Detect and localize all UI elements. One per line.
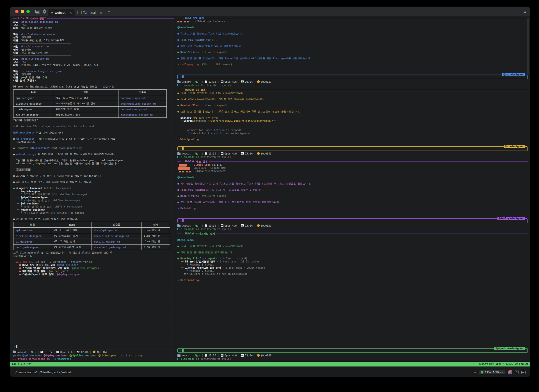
working-directory-path: /Users/inside2u/IdeaProjects/webcat xyxy=(15,371,71,374)
terminal-line: 파일: docs/database-schema.md xyxy=(13,33,174,36)
tab-terminal-close-icon[interactable]: × xyxy=(100,11,102,15)
table-row: deploy-designer#4 배포/Export 설계docs/deplo… xyxy=(13,245,170,250)
terminal-line: 파일: .claude/settings.local.json xyxy=(13,70,174,73)
clock-icon xyxy=(205,152,207,155)
terminal-line: ● 모든 참고 문서를 읽었습니다. 이제 Phase 2로 넘어가서 API … xyxy=(177,57,528,60)
terminal-line: plan mode on (shift+tab to cycle) xyxy=(177,84,528,87)
api-output: ~/IdeaProjects/webcat @team-lead> ● Task… xyxy=(177,20,528,66)
table-row: ui-designer#3 UI 화면 설계docs/ui-design.mdp… xyxy=(13,239,170,245)
terminal-line: 모두 plan approval 필수로 설정했습니다. 각 팀원의 plan이… xyxy=(13,251,174,254)
right-pane-column: · REST API 설계 ~/IdeaProjects/webcat @tea… xyxy=(175,16,530,362)
terminal-line: webcat | - | 13:35 | Opus 4.6 | 25.0% | … xyxy=(177,152,528,155)
money-icon xyxy=(257,152,260,155)
main-prompt-input[interactable]: › xyxy=(13,344,174,348)
pause-icon xyxy=(177,228,179,230)
terminal-line: ctrl+b ctrl+b (twice) to run in backgrou… xyxy=(177,273,528,276)
claude-asterisk-icon: ∗ xyxy=(51,11,53,15)
deploy-agent-badge: @deploy-designer xyxy=(497,217,525,220)
api-prompt-input[interactable]: @api-designer › xyxy=(177,75,528,79)
terminal-line: 2단계를 진행할까요? xyxy=(13,119,174,122)
leaf-icon xyxy=(195,153,198,155)
terminal-line: │ └ Reading 3 files… xyxy=(177,263,528,266)
layers-icon[interactable] xyxy=(43,10,46,13)
keyboard-icon[interactable] xyxy=(521,371,526,374)
chart-icon xyxy=(241,152,244,155)
scrollbar[interactable] xyxy=(527,18,529,74)
new-tab-button[interactable]: + xyxy=(108,10,110,14)
close-window-button[interactable] xyxy=(15,10,19,13)
pane-ui-title: · WebCat UI 설계 xyxy=(177,88,528,92)
money-icon xyxy=(257,80,260,83)
tab-terminal[interactable]: ›_ Terminal × xyxy=(75,9,105,16)
pane-api-title: · REST API 설계 xyxy=(177,16,528,20)
tab-webcat-label: webcat xyxy=(55,11,65,14)
gear-icon[interactable]: ⚙ xyxy=(524,9,526,14)
zoom-window-button[interactable] xyxy=(26,10,30,13)
text-cursor xyxy=(16,345,17,348)
terminal-line: Explore(API 설계 문서 탐색) xyxy=(177,116,528,119)
pipeline-prompt-input[interactable]: @pipeline-designer › xyxy=(177,348,528,353)
terminal-line: ● TaskList를 확인하고 Task #1을 claim하겠습니다. xyxy=(177,32,528,35)
terminal-line xyxy=(13,177,174,181)
terminal-line: 승인하겠습니다. xyxy=(13,254,174,257)
terminal-line: ● 이제 참고 문서들을 병렬로 읽어서 이해하겠습니다. xyxy=(177,45,528,48)
terminal-line: ● 2단계를 시작합니다. 팀 생성 후 4명의 팀원을 병렬로 스폰하겠습니다… xyxy=(13,174,174,177)
ui-prompt-input[interactable]: @ui-designer › xyxy=(177,146,528,151)
terminal-line: Opus 4.6 · Claude Max xyxy=(194,167,226,170)
terminal-line: webcat | - | 13:35 | Opus 4.6 | 13.0% | … xyxy=(177,224,528,227)
panes-icon[interactable] xyxy=(35,10,40,13)
app-bottom-bar: /Users/inside2u/IdeaProjects/webcat ∗ 19… xyxy=(10,367,530,377)
terminal-line: ∗ Worked for 32s · 4 agents running in t… xyxy=(13,125,174,128)
pane-pipeline-designer: · WebCat 파이프라인 설계 @team-lead> ● TaskList… xyxy=(175,232,530,362)
terminal-line: ├─ @api-designer xyxy=(13,190,174,193)
pane-api-title-label: · REST API 설계 xyxy=(181,16,205,20)
api-agent-badge: @api-designer xyxy=(502,73,525,76)
terminal-line: ● 이제 참고 문서들을 병렬로 탐색하겠습니다. xyxy=(177,251,528,254)
terminal-line: └ 배포/스냅샷 Export 설계 (shift+↑ to manage) xyxy=(13,211,174,215)
folder-icon xyxy=(177,153,181,155)
terminal-line: ● TaskList를 확인하고 Task #2를 claim하겠습니다. xyxy=(177,245,528,248)
main-output-bottom: 모두 plan approval 필수로 설정했습니다. 각 팀원의 plan이… xyxy=(13,251,174,276)
pane-main-session: 0 "∗ DB 스키마 완료" 파일: docs/design-decision… xyxy=(10,16,175,362)
terminal-line xyxy=(177,192,528,195)
terminal-line xyxy=(177,198,528,201)
tab-webcat[interactable]: ∗ webcat × xyxy=(48,9,75,16)
pane-ui-title-label: · WebCat UI 설계 xyxy=(181,88,207,92)
money-icon xyxy=(257,354,260,357)
pane-deploy-designer: · WebCat 배포 설계 Claude Code v2.1.37Opus 4… xyxy=(175,160,530,232)
terminal-line: ● Task #4를 claim했습니다. 이제 참고 파일들을 병렬로 읽겠습… xyxy=(177,188,528,192)
terminal-line xyxy=(177,29,528,32)
minimize-window-button[interactable] xyxy=(21,10,24,13)
terminal-line: 상태: 업데이트 xyxy=(13,48,174,51)
claude-code-header: Claude Code v2.1.37Opus 4.6 · Claude Max… xyxy=(177,163,528,173)
terminal-line xyxy=(177,126,528,129)
terminal-line: ∗ Befuddling… xyxy=(177,207,528,210)
prompt-chevron-icon: › xyxy=(179,219,181,222)
terminal-line: ∗ Reticulating… xyxy=(177,279,528,282)
terminal-line: 정리하겠습니다. xyxy=(13,140,174,144)
tmux-window-info: " · WebCat 배포 설계 " 13:35 09-Feb-26 xyxy=(472,362,528,366)
terminal-line xyxy=(177,35,528,38)
table-row: pipeline-designer#2 파이프라인 설계docs/pipelin… xyxy=(13,233,170,239)
terminal-line: ctrl+b ctrl+b (twice) to run in backgrou… xyxy=(177,132,528,135)
money-icon xyxy=(257,224,260,227)
terminal-line xyxy=(177,276,528,279)
deploy-prompt-input[interactable]: @deploy-designer › xyxy=(177,218,528,223)
terminal-line: 2단계를 진행하시려면 말씀해주세요. 4명의 팀원(api-designer,… xyxy=(13,159,174,162)
team-role-table: 팀원역할산출물api-designerREST API 엔드포인트 설계docs… xyxy=(13,88,174,119)
terminal-line: webcat | - | 13:35 | Opus 4.6 | 26.0% | … xyxy=(177,80,528,84)
terminal-line xyxy=(13,144,174,147)
terminal-line xyxy=(177,236,528,239)
table-row: api-designerREST API 엔드포인트 설계docs/api-sp… xyxy=(13,95,167,101)
app-switcher-icon[interactable] xyxy=(508,370,512,374)
terminal-line: ■ 스크래퍼/분류기 파이프라인 상세 설계 (@pipeline-design… xyxy=(13,267,174,270)
terminal-line xyxy=(13,165,174,168)
terminal-line xyxy=(177,135,528,138)
api-status-line: webcat | - | 13:35 | Opus 4.6 | 26.0% | … xyxy=(177,80,528,87)
leaf-icon xyxy=(195,354,198,357)
tab-webcat-close-icon[interactable]: × xyxy=(69,11,72,15)
terminal-line: ────────────────────────────────────── xyxy=(13,42,174,45)
terminal-line: ▸▸ bypass permissions on · 4 teammates xyxy=(13,357,174,361)
terminal-line: Claude Code v2.1.37 xyxy=(194,163,226,167)
document-search-icon[interactable] xyxy=(515,370,519,374)
